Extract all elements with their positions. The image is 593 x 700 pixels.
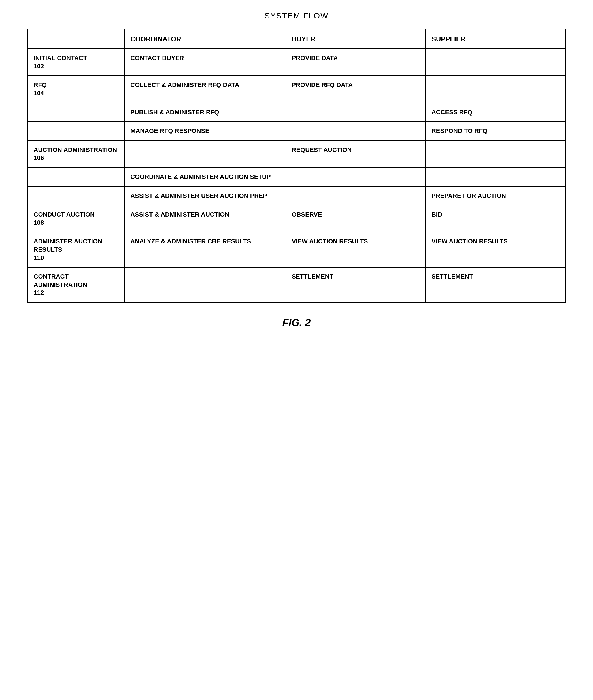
cell-phase-2	[28, 103, 125, 122]
table-row: RFQ 104COLLECT & ADMINISTER RFQ DATAPROV…	[28, 76, 565, 103]
cell-buyer-5	[286, 167, 426, 187]
cell-coordinator-0: CONTACT BUYER	[124, 49, 286, 76]
header-phase	[28, 29, 125, 49]
cell-coordinator-1: COLLECT & ADMINISTER RFQ DATA	[124, 76, 286, 103]
table-row: AUCTION ADMINISTRATION 106REQUEST AUCTIO…	[28, 141, 565, 167]
cell-coordinator-7: ASSIST & ADMINISTER AUCTION	[124, 205, 286, 232]
table-row: ASSIST & ADMINISTER USER AUCTION PREPPRE…	[28, 187, 565, 205]
cell-buyer-1: PROVIDE RFQ DATA	[286, 76, 426, 103]
table-body: INITIAL CONTACT 102CONTACT BUYERPROVIDE …	[28, 49, 565, 302]
cell-supplier-8: VIEW AUCTION RESULTS	[426, 232, 565, 267]
cell-buyer-0: PROVIDE DATA	[286, 49, 426, 76]
cell-supplier-7: BID	[426, 205, 565, 232]
cell-buyer-7: OBSERVE	[286, 205, 426, 232]
cell-buyer-6	[286, 187, 426, 205]
cell-supplier-9: SETTLEMENT	[426, 267, 565, 302]
figure-caption: FIG. 2	[282, 317, 311, 329]
header-coordinator: COORDINATOR	[124, 29, 286, 49]
cell-supplier-6: PREPARE FOR AUCTION	[426, 187, 565, 205]
cell-supplier-0	[426, 49, 565, 76]
cell-buyer-2	[286, 103, 426, 122]
table-row: CONDUCT AUCTION 108ASSIST & ADMINISTER A…	[28, 205, 565, 232]
cell-coordinator-9	[124, 267, 286, 302]
cell-buyer-9: SETTLEMENT	[286, 267, 426, 302]
cell-phase-4: AUCTION ADMINISTRATION 106	[28, 141, 125, 167]
table-row: COORDINATE & ADMINISTER AUCTION SETUP	[28, 167, 565, 187]
table-row: MANAGE RFQ RESPONSERESPOND TO RFQ	[28, 122, 565, 141]
system-flow-table: COORDINATOR BUYER SUPPLIER INITIAL CONTA…	[28, 29, 566, 303]
cell-coordinator-8: ANALYZE & ADMINISTER CBE RESULTS	[124, 232, 286, 267]
cell-coordinator-4	[124, 141, 286, 167]
page-title: SYSTEM FLOW	[265, 11, 329, 21]
cell-phase-7: CONDUCT AUCTION 108	[28, 205, 125, 232]
cell-supplier-2: ACCESS RFQ	[426, 103, 565, 122]
cell-coordinator-3: MANAGE RFQ RESPONSE	[124, 122, 286, 141]
cell-supplier-4	[426, 141, 565, 167]
cell-coordinator-5: COORDINATE & ADMINISTER AUCTION SETUP	[124, 167, 286, 187]
header-buyer: BUYER	[286, 29, 426, 49]
cell-phase-0: INITIAL CONTACT 102	[28, 49, 125, 76]
table-row: INITIAL CONTACT 102CONTACT BUYERPROVIDE …	[28, 49, 565, 76]
cell-phase-8: ADMINISTER AUCTION RESULTS 110	[28, 232, 125, 267]
cell-supplier-3: RESPOND TO RFQ	[426, 122, 565, 141]
cell-supplier-1	[426, 76, 565, 103]
table-header-row: COORDINATOR BUYER SUPPLIER	[28, 29, 565, 49]
header-supplier: SUPPLIER	[426, 29, 565, 49]
table-row: ADMINISTER AUCTION RESULTS 110ANALYZE & …	[28, 232, 565, 267]
cell-coordinator-6: ASSIST & ADMINISTER USER AUCTION PREP	[124, 187, 286, 205]
cell-supplier-5	[426, 167, 565, 187]
cell-phase-6	[28, 187, 125, 205]
table-row: CONTRACT ADMINISTRATION 112SETTLEMENTSET…	[28, 267, 565, 302]
cell-coordinator-2: PUBLISH & ADMINISTER RFQ	[124, 103, 286, 122]
cell-phase-5	[28, 167, 125, 187]
cell-phase-1: RFQ 104	[28, 76, 125, 103]
table-row: PUBLISH & ADMINISTER RFQACCESS RFQ	[28, 103, 565, 122]
cell-phase-3	[28, 122, 125, 141]
cell-phase-9: CONTRACT ADMINISTRATION 112	[28, 267, 125, 302]
cell-buyer-3	[286, 122, 426, 141]
cell-buyer-4: REQUEST AUCTION	[286, 141, 426, 167]
cell-buyer-8: VIEW AUCTION RESULTS	[286, 232, 426, 267]
